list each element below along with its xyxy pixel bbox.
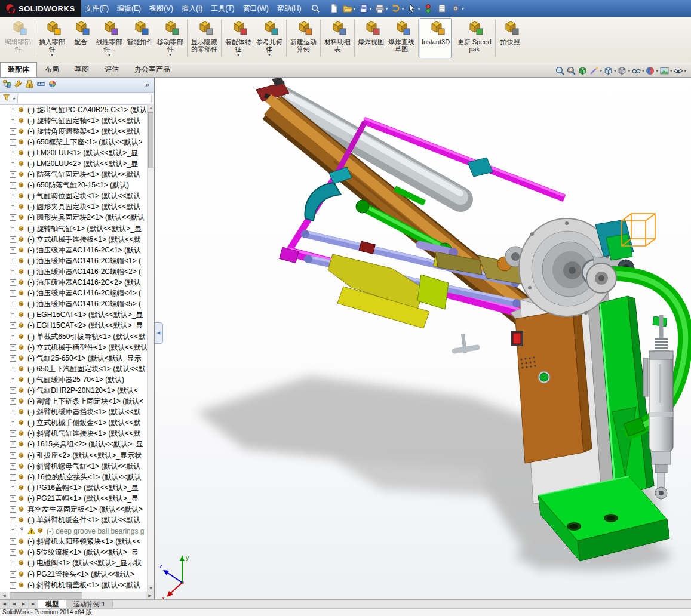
- expand-icon[interactable]: +: [10, 279, 16, 286]
- tree-item-6[interactable]: +(-) 防落气缸固定块<1> (默认<<默认: [0, 170, 148, 180]
- expand-icon[interactable]: +: [10, 485, 16, 491]
- tree-horizontal-scrollbar[interactable]: ◀ ▶: [0, 592, 154, 600]
- scroll-up-arrow[interactable]: ▲: [148, 104, 154, 112]
- options-gear-icon[interactable]: [449, 2, 462, 15]
- expand-icon[interactable]: +: [10, 214, 16, 221]
- display-settings-icon[interactable]: ▾: [589, 66, 602, 76]
- cmd-button-18[interactable]: 爆炸直线草图: [386, 18, 417, 58]
- expand-icon[interactable]: +: [10, 161, 16, 167]
- tree-item-0[interactable]: +(-) 旋出气缸PC-CA40B25-C<1> (默认: [0, 104, 148, 115]
- cmd-button-10[interactable]: 装配体特征▼: [223, 18, 254, 58]
- apply-scene-icon[interactable]: ▾: [659, 66, 672, 76]
- menu-item-3[interactable]: 插入(I): [177, 0, 207, 17]
- tab-nav-3[interactable]: ▶: [29, 600, 38, 609]
- expand-icon[interactable]: +: [10, 366, 16, 372]
- expand-icon[interactable]: +: [10, 538, 16, 545]
- cmd-dropdown-icon[interactable]: ▼: [237, 53, 241, 57]
- expand-icon[interactable]: +: [10, 290, 16, 297]
- expand-icon[interactable]: +: [10, 582, 16, 589]
- panel-chevron[interactable]: »: [145, 81, 152, 89]
- expand-icon[interactable]: +: [10, 182, 16, 189]
- print-dropdown[interactable]: ▾: [386, 6, 388, 11]
- hide-show-items-icon[interactable]: ▾: [631, 66, 644, 76]
- graphics-viewport[interactable]: y z x ◀: [155, 78, 691, 600]
- hide-show-items-dropdown[interactable]: ▾: [642, 69, 644, 73]
- tree-item-13[interactable]: +(-) 油压缓冲器AC1416-2C<1> (默认: [0, 245, 148, 255]
- tree-item-40[interactable]: +(-) 斜臂机太阳环锁紧块<1> (默认<<: [0, 537, 148, 547]
- tree-item-27[interactable]: +(-) 副臂上下链条上固定块<1> (默认<: [0, 396, 148, 407]
- expand-icon[interactable]: +: [10, 528, 16, 534]
- tree-item-29[interactable]: +(-) 立式机械手侧鈑金<1> (默认<<默: [0, 418, 148, 429]
- file-properties-icon[interactable]: [435, 2, 449, 15]
- tree-item-9[interactable]: +(-) 圆形夹具固定块<1> (默认<<默认: [0, 202, 148, 212]
- expand-icon[interactable]: +: [10, 560, 16, 566]
- expand-icon[interactable]: +: [10, 420, 16, 426]
- zoom-fit-icon[interactable]: [555, 66, 565, 76]
- tree-item-8[interactable]: +(-) 气缸调位固定块<1> (默认<<默认: [0, 191, 148, 202]
- cmd-button-24[interactable]: 拍快照: [497, 18, 523, 58]
- expand-icon[interactable]: +: [10, 322, 16, 329]
- display-style-icon[interactable]: ▾: [617, 66, 630, 76]
- ribbon-tab-4[interactable]: 办公室产品: [127, 62, 178, 77]
- view-orientation-dropdown[interactable]: ▾: [614, 69, 616, 73]
- cmd-dropdown-icon[interactable]: ▼: [50, 53, 54, 57]
- expand-icon[interactable]: +: [10, 344, 16, 351]
- tree-item-12[interactable]: +(-) 立式机械手连接板<1> (默认<<默: [0, 234, 148, 245]
- cmd-button-3[interactable]: 配合: [67, 18, 94, 58]
- expand-icon[interactable]: +: [10, 506, 16, 513]
- display-settings-dropdown[interactable]: ▾: [600, 69, 602, 73]
- tree-item-34[interactable]: +(-) 16位的航空接头<1> (默认<<默认: [0, 472, 148, 482]
- save-dropdown[interactable]: ▾: [370, 6, 372, 11]
- tree-item-21[interactable]: +(-) 单截式650引拔导轨<1> (默认<<默: [0, 331, 148, 342]
- bottom-tab-1[interactable]: 运动算例 1: [66, 600, 113, 609]
- tree-item-37[interactable]: +真空发生器固定板<1> (默认<<默认>: [0, 504, 148, 515]
- bottom-tab-0[interactable]: 模型: [38, 600, 66, 609]
- edit-appearance-dropdown[interactable]: ▾: [656, 69, 658, 73]
- tab-nav-0[interactable]: ◀: [0, 600, 10, 609]
- tree-item-18[interactable]: +(-) 油压缓冲器AC1416-2C螺帽<5> (: [0, 299, 148, 310]
- tree-item-7[interactable]: +(-) 650防落气缸20-15<1> (默认): [0, 180, 148, 191]
- tab-nav-1[interactable]: ◀: [10, 600, 19, 609]
- expand-icon[interactable]: +: [10, 398, 16, 405]
- tree-item-33[interactable]: +(-) 斜臂机螺母气缸<1> (默认<<默认: [0, 461, 148, 472]
- section-view-icon[interactable]: [578, 66, 588, 76]
- cmd-button-20[interactable]: Instant3D: [420, 18, 452, 58]
- tree-item-22[interactable]: +(-) 立式机械手槽型件<1> (默认<<默认: [0, 342, 148, 353]
- view-orientation-icon[interactable]: ▾: [603, 66, 616, 76]
- expand-icon[interactable]: +: [10, 204, 16, 210]
- tree-item-5[interactable]: +(-) LM20LUU<2> (默认<<默认>_显: [0, 158, 148, 169]
- menu-item-4[interactable]: 工具(T): [207, 0, 238, 17]
- ribbon-tab-2[interactable]: 草图: [67, 62, 97, 77]
- tree-item-14[interactable]: +(-) 油压缓冲器AC1416-2C螺帽<1> (: [0, 255, 148, 266]
- cmd-dropdown-icon[interactable]: ▼: [268, 53, 272, 57]
- search-icon[interactable]: [311, 4, 320, 13]
- expand-icon[interactable]: +: [10, 549, 16, 556]
- rebuild-icon[interactable]: [422, 2, 435, 15]
- tree-item-44[interactable]: +(-) 斜臂机机箱盖板<1> (默认<<默认: [0, 580, 148, 590]
- filter-funnel-icon[interactable]: [2, 94, 11, 104]
- tree-item-32[interactable]: +(-) 引拔座<2> (默认<<默认>_显示状: [0, 450, 148, 461]
- menu-item-6[interactable]: 帮助(H): [273, 0, 306, 17]
- tree-item-36[interactable]: +(-) PG21盖帽<1> (默认<<默认>_显: [0, 493, 148, 504]
- expand-icon[interactable]: +: [10, 430, 16, 437]
- tree-item-39[interactable]: +(-) deep groove ball bearings g: [0, 526, 148, 537]
- tree-item-1[interactable]: +(-) 旋转气缸固定轴<1> (默认<<默认: [0, 115, 148, 126]
- expand-icon[interactable]: +: [10, 377, 16, 383]
- tree-item-17[interactable]: +(-) 油压缓冲器AC1416-2C螺帽<4> (: [0, 288, 148, 299]
- tree-item-30[interactable]: +(-) 斜臂机气缸连接块<1> (默认<<默: [0, 429, 148, 439]
- expand-icon[interactable]: +: [10, 171, 16, 178]
- view-settings-icon[interactable]: ▾: [673, 66, 686, 76]
- apply-scene-dropdown[interactable]: ▾: [670, 69, 672, 73]
- select-cursor-icon[interactable]: [406, 2, 419, 15]
- tree-item-2[interactable]: +(-) 旋转角度调整架<1> (默认<<默认: [0, 126, 148, 137]
- filter-dropdown-icon[interactable]: ▼: [12, 97, 16, 101]
- expand-icon[interactable]: +: [10, 571, 16, 578]
- expand-icon[interactable]: +: [10, 387, 16, 394]
- cmd-dropdown-icon[interactable]: ▼: [168, 53, 173, 57]
- expand-icon[interactable]: +: [10, 139, 16, 146]
- expand-icon[interactable]: +: [10, 495, 16, 502]
- mgr-dimxpert-icon[interactable]: [36, 79, 45, 90]
- mgr-prop-icon[interactable]: [14, 79, 23, 90]
- expand-icon[interactable]: +: [10, 409, 16, 415]
- new-doc-icon[interactable]: [327, 2, 340, 15]
